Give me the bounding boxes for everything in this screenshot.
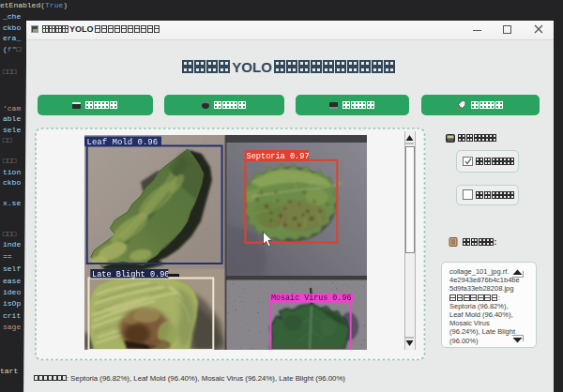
svg-text:Septoria 0.97: Septoria 0.97 bbox=[247, 152, 310, 161]
svg-text:Leaf Mold 0.96: Leaf Mold 0.96 bbox=[87, 138, 159, 147]
svg-text:Late Blight 0.96: Late Blight 0.96 bbox=[92, 270, 170, 279]
svg-text:Mosaic Virus 0.96: Mosaic Virus 0.96 bbox=[271, 294, 351, 303]
